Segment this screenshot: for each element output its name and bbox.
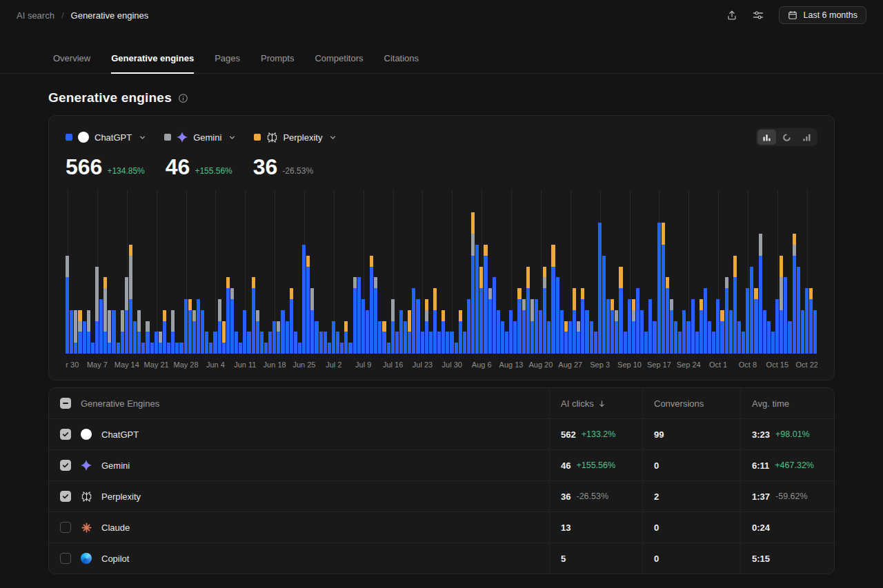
chart-bar[interactable] (146, 321, 149, 354)
chart-bar[interactable] (636, 288, 639, 354)
chart-bar[interactable] (484, 245, 487, 354)
chart-bar[interactable] (239, 343, 242, 354)
chart-bar[interactable] (708, 321, 711, 354)
chart-bar[interactable] (501, 321, 504, 354)
column-header-avg-time[interactable]: Avg. time (752, 398, 789, 409)
chart-bar[interactable] (513, 321, 517, 354)
chart-bar[interactable] (235, 332, 238, 354)
chart-bar[interactable] (628, 299, 631, 354)
chart-bar[interactable] (328, 343, 331, 354)
chart-bar[interactable] (598, 223, 602, 354)
chart-bar[interactable] (399, 310, 403, 354)
chart-bar[interactable] (788, 321, 791, 354)
chart-bar[interactable] (74, 310, 77, 354)
chart-bar[interactable] (416, 299, 419, 354)
chart-bar[interactable] (247, 332, 250, 354)
chart-bar[interactable] (87, 310, 90, 354)
chart-bar[interactable] (509, 310, 513, 354)
chart-bar[interactable] (387, 343, 390, 354)
chart-bar[interactable] (662, 223, 665, 354)
chart-bar[interactable] (564, 321, 568, 354)
chart-bar[interactable] (568, 321, 572, 354)
chart-bar[interactable] (429, 332, 433, 354)
chart-bar[interactable] (167, 343, 170, 354)
chart-bar[interactable] (666, 277, 669, 354)
chart-bar[interactable] (517, 288, 521, 354)
chart-bar[interactable] (404, 321, 407, 354)
info-icon[interactable] (178, 93, 188, 103)
chart-bar[interactable] (163, 310, 166, 354)
chart-bar[interactable] (408, 310, 411, 354)
chart-bar[interactable] (737, 321, 741, 354)
chart-bar[interactable] (784, 277, 787, 354)
tab-prompts[interactable]: Prompts (261, 45, 294, 73)
chart-bar[interactable] (615, 310, 618, 354)
chart-bar[interactable] (539, 310, 542, 354)
chart-bar[interactable] (336, 332, 339, 354)
chart-bar[interactable] (720, 310, 724, 354)
chart-bar[interactable] (201, 310, 204, 354)
chart-bar[interactable] (412, 288, 415, 354)
chart-bar[interactable] (155, 332, 158, 354)
chart-bar[interactable] (121, 310, 124, 354)
chart-bar[interactable] (767, 321, 771, 354)
chart-bar[interactable] (290, 288, 293, 354)
chart-bar[interactable] (805, 288, 808, 354)
chart-bar[interactable] (310, 288, 314, 354)
chart-bar[interactable] (459, 310, 462, 354)
chart-bar[interactable] (332, 321, 335, 354)
chart-bar[interactable] (112, 310, 115, 354)
chart-bar[interactable] (260, 332, 264, 354)
tab-pages[interactable]: Pages (215, 45, 240, 73)
chart-bar[interactable] (640, 310, 644, 354)
chart-bar[interactable] (437, 332, 441, 354)
chart-bar[interactable] (129, 245, 132, 354)
chatgpt-checkbox[interactable] (60, 429, 71, 440)
chart-bar[interactable] (188, 299, 192, 354)
chart-bar[interactable] (294, 332, 297, 354)
chart-bar[interactable] (560, 310, 564, 354)
gemini-checkbox[interactable] (60, 460, 71, 471)
chart-bar[interactable] (302, 245, 306, 354)
chart-bar[interactable] (442, 310, 445, 354)
chart-bar[interactable] (581, 288, 584, 354)
chart-bar[interactable] (179, 343, 183, 354)
chart-bar[interactable] (344, 321, 348, 354)
chevron-down-icon[interactable] (139, 134, 146, 141)
chart-bar[interactable] (771, 332, 775, 354)
chart-bar[interactable] (243, 310, 246, 354)
chart-bar[interactable] (95, 267, 99, 354)
chart-bar[interactable] (264, 343, 268, 354)
chart-bar[interactable] (268, 332, 272, 354)
chart-bar[interactable] (277, 321, 280, 354)
perplexity-checkbox[interactable] (60, 491, 71, 502)
column-chart-button[interactable] (797, 130, 816, 145)
chart-bar[interactable] (374, 277, 377, 354)
chart-bar[interactable] (475, 245, 479, 354)
chart-bar[interactable] (653, 321, 656, 354)
chart-bar[interactable] (421, 332, 424, 354)
chart-bar[interactable] (66, 256, 69, 354)
chart-bar[interactable] (281, 310, 284, 354)
chart-bar[interactable] (298, 343, 301, 354)
tab-citations[interactable]: Citations (384, 45, 419, 73)
chart-bar[interactable] (759, 234, 762, 354)
select-all-checkbox[interactable] (60, 398, 71, 409)
chart-bar[interactable] (450, 332, 453, 354)
chart-bar[interactable] (133, 321, 137, 354)
chart-bar[interactable] (455, 343, 458, 354)
chart-bar[interactable] (209, 343, 212, 354)
chart-bar[interactable] (103, 277, 107, 354)
copilot-checkbox[interactable] (60, 553, 71, 564)
chart-bar[interactable] (497, 310, 500, 354)
chart-bar[interactable] (433, 288, 437, 354)
chart-bar[interactable] (361, 299, 365, 354)
chart-bar[interactable] (192, 310, 196, 354)
claude-checkbox[interactable] (60, 522, 71, 533)
chart-bar[interactable] (150, 343, 154, 354)
chart-bar[interactable] (382, 321, 386, 354)
chart-bar[interactable] (809, 288, 813, 354)
chart-bar[interactable] (505, 332, 508, 354)
chart-bar[interactable] (695, 332, 699, 354)
chart-bar[interactable] (648, 299, 652, 354)
